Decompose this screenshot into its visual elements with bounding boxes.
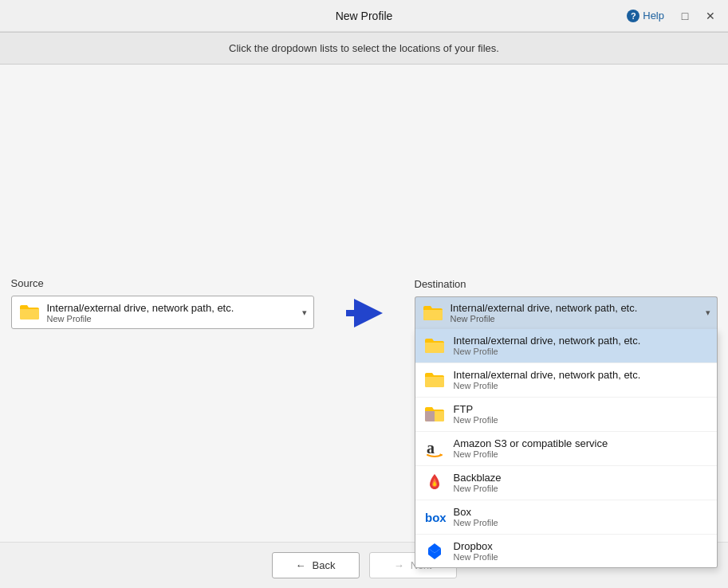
destination-dropdown[interactable]: Internal/external drive, network path, e… bbox=[415, 296, 718, 329]
item-dropbox-icon bbox=[423, 540, 446, 563]
dropdown-item-box[interactable]: box Box New Profile bbox=[415, 500, 717, 535]
item-main-4: Backblaze bbox=[454, 472, 502, 484]
dropdown-item-internal2[interactable]: Internal/external drive, network path, e… bbox=[415, 363, 717, 398]
arrow-body bbox=[346, 310, 354, 316]
item-text-3: Amazon S3 or compatible service New Prof… bbox=[454, 437, 608, 459]
back-label: Back bbox=[313, 559, 336, 571]
instruction-banner: Click the dropdown lists to select the l… bbox=[0, 32, 728, 65]
arrow-container bbox=[346, 299, 383, 327]
destination-main-text: Internal/external drive, network path, e… bbox=[451, 302, 699, 314]
titlebar-controls: ? Help □ ✕ bbox=[483, 5, 722, 27]
item-text-5: Box New Profile bbox=[454, 506, 498, 527]
item-text-2: FTP New Profile bbox=[454, 403, 498, 425]
destination-folder-icon bbox=[422, 302, 444, 324]
source-label: Source bbox=[11, 277, 314, 289]
item-main-2: FTP bbox=[454, 403, 498, 415]
item-sub-5: New Profile bbox=[454, 518, 498, 527]
source-dropdown-text: Internal/external drive, network path, e… bbox=[47, 302, 296, 323]
item-text-1: Internal/external drive, network path, e… bbox=[454, 369, 641, 390]
dropdown-item-ftp[interactable]: FTP New Profile bbox=[415, 398, 717, 432]
back-arrow-icon: ← bbox=[296, 559, 306, 571]
help-button[interactable]: ? Help bbox=[620, 6, 671, 25]
item-text-4: Backblaze New Profile bbox=[454, 472, 502, 493]
item-main-5: Box bbox=[454, 506, 498, 518]
item-folder-icon-1 bbox=[423, 369, 446, 391]
close-button[interactable]: ✕ bbox=[699, 5, 722, 27]
svg-text:box: box bbox=[425, 511, 446, 524]
item-sub-1: New Profile bbox=[454, 381, 641, 390]
item-sub-2: New Profile bbox=[454, 415, 498, 425]
instruction-text: Click the dropdown lists to select the l… bbox=[229, 42, 499, 54]
item-text-6: Dropbox New Profile bbox=[454, 540, 498, 562]
svg-text:a: a bbox=[427, 439, 435, 457]
back-button[interactable]: ← Back bbox=[272, 552, 360, 578]
destination-section: Destination Internal/external drive, net… bbox=[415, 278, 718, 329]
window-title: New Profile bbox=[245, 10, 483, 22]
dropdown-item-backblaze[interactable]: Backblaze New Profile bbox=[415, 466, 717, 500]
item-main-0: Internal/external drive, network path, e… bbox=[454, 335, 641, 347]
item-main-1: Internal/external drive, network path, e… bbox=[454, 369, 641, 381]
source-dropdown[interactable]: Internal/external drive, network path, e… bbox=[11, 296, 314, 329]
title-bar: New Profile ? Help □ ✕ bbox=[0, 0, 728, 32]
item-main-6: Dropbox bbox=[454, 540, 498, 552]
help-label: Help bbox=[643, 10, 664, 22]
item-box-icon: box bbox=[423, 506, 446, 528]
destination-dropdown-text: Internal/external drive, network path, e… bbox=[451, 302, 699, 323]
item-sub-3: New Profile bbox=[454, 449, 608, 459]
item-text-0: Internal/external drive, network path, e… bbox=[454, 335, 641, 356]
item-sub-4: New Profile bbox=[454, 484, 502, 493]
item-sub-6: New Profile bbox=[454, 552, 498, 562]
item-folder-icon-0 bbox=[423, 335, 446, 357]
help-icon: ? bbox=[627, 10, 639, 22]
item-amazon-icon: a bbox=[423, 437, 446, 460]
destination-dropdown-list: Internal/external drive, network path, e… bbox=[415, 329, 718, 568]
close-icon: ✕ bbox=[706, 10, 715, 22]
source-main-text: Internal/external drive, network path, e… bbox=[47, 302, 296, 314]
source-section: Source Internal/external drive, network … bbox=[11, 277, 314, 329]
destination-sub-text: New Profile bbox=[451, 314, 699, 323]
destination-chevron: ▾ bbox=[706, 308, 710, 318]
right-arrow-icon bbox=[354, 299, 383, 327]
dropdown-item-internal1[interactable]: Internal/external drive, network path, e… bbox=[415, 329, 717, 363]
source-sub-text: New Profile bbox=[47, 314, 296, 323]
next-arrow-icon: → bbox=[394, 559, 404, 571]
item-ftp-icon bbox=[423, 403, 446, 425]
minimize-icon: □ bbox=[682, 10, 688, 22]
main-content: Source Internal/external drive, network … bbox=[0, 65, 728, 542]
minimize-button[interactable]: □ bbox=[674, 5, 696, 27]
item-backblaze-icon bbox=[423, 472, 446, 494]
source-chevron: ▾ bbox=[302, 308, 307, 318]
dropdown-item-dropbox[interactable]: Dropbox New Profile bbox=[415, 535, 717, 568]
destination-label: Destination bbox=[415, 278, 718, 290]
item-main-3: Amazon S3 or compatible service bbox=[454, 437, 608, 449]
source-folder-icon bbox=[18, 301, 41, 323]
dropdown-item-amazons3[interactable]: a Amazon S3 or compatible service New Pr… bbox=[415, 432, 717, 466]
item-sub-0: New Profile bbox=[454, 347, 641, 356]
